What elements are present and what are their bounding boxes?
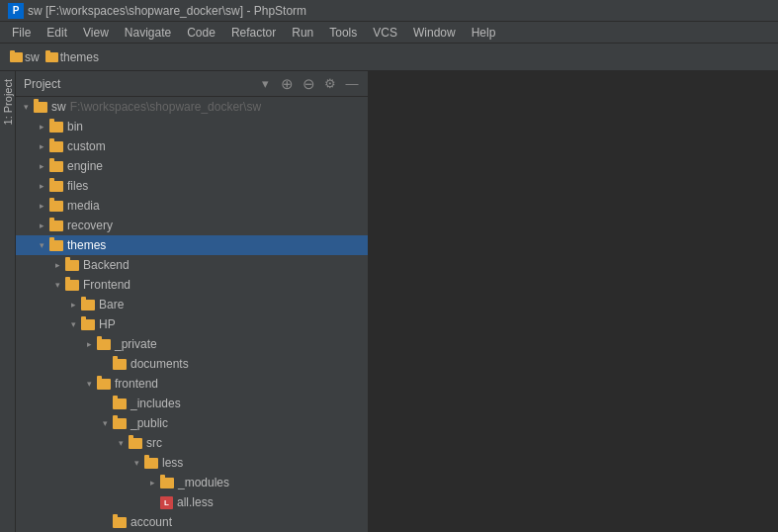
- panel-add-icon[interactable]: ⊕: [279, 76, 295, 92]
- label-engine: engine: [67, 159, 103, 173]
- folder-icon-private: [97, 339, 111, 350]
- project-tab-label[interactable]: 1: Project: [0, 75, 16, 129]
- tree-item-bin[interactable]: bin: [16, 117, 368, 136]
- side-panel-tab[interactable]: 1: Project: [0, 71, 16, 532]
- panel-collapse-icon[interactable]: ⊖: [301, 76, 316, 92]
- menu-help[interactable]: Help: [464, 24, 504, 42]
- arrow-backend: [49, 260, 65, 270]
- tree-item-sw[interactable]: sw F:\workspaces\shopware_docker\sw: [16, 97, 368, 117]
- label-sw-path: F:\workspaces\shopware_docker\sw: [70, 100, 261, 114]
- tree-item-includes[interactable]: _includes: [16, 394, 368, 413]
- menu-window[interactable]: Window: [405, 24, 464, 42]
- breadcrumb-themes-icon: [45, 52, 58, 62]
- tree-item-media[interactable]: media: [16, 196, 368, 216]
- tree-item-bare[interactable]: Bare: [16, 295, 368, 314]
- panel-header: Project ▾ ⊕ ⊖ ⚙ —: [16, 71, 368, 97]
- folder-icon-modules: [160, 478, 174, 488]
- arrow-frontend: [49, 280, 65, 290]
- label-modules: _modules: [178, 476, 229, 489]
- tree-item-private[interactable]: _private: [16, 334, 368, 354]
- breadcrumb-sw-icon: [10, 52, 23, 62]
- menu-file[interactable]: File: [4, 24, 39, 42]
- arrow-src: [113, 438, 129, 448]
- folder-icon-bin: [49, 122, 63, 133]
- folder-icon-documents: [113, 359, 127, 370]
- label-files: files: [67, 179, 88, 193]
- tree-item-files[interactable]: files: [16, 176, 368, 196]
- folder-icon-media: [49, 201, 63, 212]
- menu-vcs[interactable]: VCS: [365, 24, 405, 42]
- folder-icon-sw: [34, 102, 47, 113]
- label-public: _public: [130, 416, 168, 430]
- label-custom: custom: [67, 139, 106, 153]
- folder-icon-bare: [81, 300, 95, 310]
- label-less: less: [162, 456, 183, 470]
- arrow-bin: [34, 122, 49, 132]
- label-includes: _includes: [130, 397, 181, 410]
- menu-refactor[interactable]: Refactor: [223, 24, 284, 42]
- label-all-less: all.less: [177, 495, 214, 509]
- label-documents: documents: [130, 357, 189, 371]
- label-bare: Bare: [99, 298, 124, 311]
- tree-item-modules[interactable]: _modules: [16, 473, 368, 492]
- panel-title: Project: [24, 77, 60, 91]
- file-tree: sw F:\workspaces\shopware_docker\sw bin …: [16, 97, 368, 532]
- folder-icon-includes: [113, 399, 127, 409]
- title-bar: P sw [F:\workspaces\shopware_docker\sw] …: [0, 0, 778, 22]
- arrow-themes: [34, 240, 49, 250]
- tree-item-less[interactable]: less: [16, 453, 368, 473]
- breadcrumb-sw[interactable]: sw: [25, 50, 40, 64]
- folder-icon-files: [49, 181, 63, 192]
- label-recovery: recovery: [67, 219, 113, 232]
- breadcrumb-bar: sw themes: [0, 44, 778, 71]
- tree-item-engine[interactable]: engine: [16, 156, 368, 176]
- menu-view[interactable]: View: [75, 24, 117, 42]
- tree-item-hp[interactable]: HP: [16, 314, 368, 334]
- arrow-recovery: [34, 221, 49, 230]
- folder-icon-recovery: [49, 221, 63, 231]
- label-hp: HP: [99, 317, 116, 331]
- tree-item-account[interactable]: account: [16, 512, 368, 532]
- menu-navigate[interactable]: Navigate: [117, 24, 179, 42]
- tree-item-src[interactable]: src: [16, 433, 368, 453]
- label-bin: bin: [67, 120, 83, 133]
- tree-item-all-less[interactable]: all.less: [16, 492, 368, 512]
- arrow-modules: [144, 478, 160, 488]
- panel-settings-icon[interactable]: ⚙: [322, 76, 338, 92]
- tree-item-recovery[interactable]: recovery: [16, 216, 368, 235]
- label-sw: sw: [51, 100, 66, 114]
- label-src: src: [146, 436, 162, 450]
- arrow-bare: [65, 300, 81, 310]
- window-title: sw [F:\workspaces\shopware_docker\sw] - …: [28, 4, 306, 18]
- menu-tools[interactable]: Tools: [321, 24, 365, 42]
- tree-item-themes[interactable]: themes: [16, 235, 368, 255]
- menu-code[interactable]: Code: [179, 24, 223, 42]
- breadcrumb-themes[interactable]: themes: [60, 50, 99, 64]
- tree-item-custom[interactable]: custom: [16, 136, 368, 156]
- folder-icon-hp: [81, 319, 95, 330]
- tree-item-frontend-hp[interactable]: frontend: [16, 374, 368, 394]
- arrow-media: [34, 201, 49, 211]
- label-frontend-hp: frontend: [115, 377, 158, 391]
- tree-item-frontend[interactable]: Frontend: [16, 275, 368, 295]
- menu-run[interactable]: Run: [284, 24, 321, 42]
- menu-edit[interactable]: Edit: [39, 24, 75, 42]
- folder-icon-public: [113, 418, 127, 429]
- folder-icon-backend: [65, 260, 79, 271]
- project-panel: Project ▾ ⊕ ⊖ ⚙ — sw F:\workspaces\shopw…: [16, 71, 369, 532]
- panel-close-icon[interactable]: —: [344, 76, 360, 92]
- arrow-public: [97, 418, 113, 428]
- main-area: 1: Project Project ▾ ⊕ ⊖ ⚙ — sw F:\works…: [0, 71, 778, 532]
- folder-icon-src: [129, 438, 142, 449]
- panel-dropdown-icon[interactable]: ▾: [257, 76, 273, 92]
- folder-icon-frontend-hp: [97, 379, 111, 390]
- arrow-engine: [34, 161, 49, 171]
- tree-item-backend[interactable]: Backend: [16, 255, 368, 275]
- tree-item-documents[interactable]: documents: [16, 354, 368, 374]
- label-frontend: Frontend: [83, 278, 130, 292]
- folder-icon-frontend: [65, 280, 79, 291]
- folder-icon-themes: [49, 240, 63, 251]
- arrow-private: [81, 339, 97, 349]
- tree-item-public[interactable]: _public: [16, 413, 368, 433]
- label-backend: Backend: [83, 258, 130, 272]
